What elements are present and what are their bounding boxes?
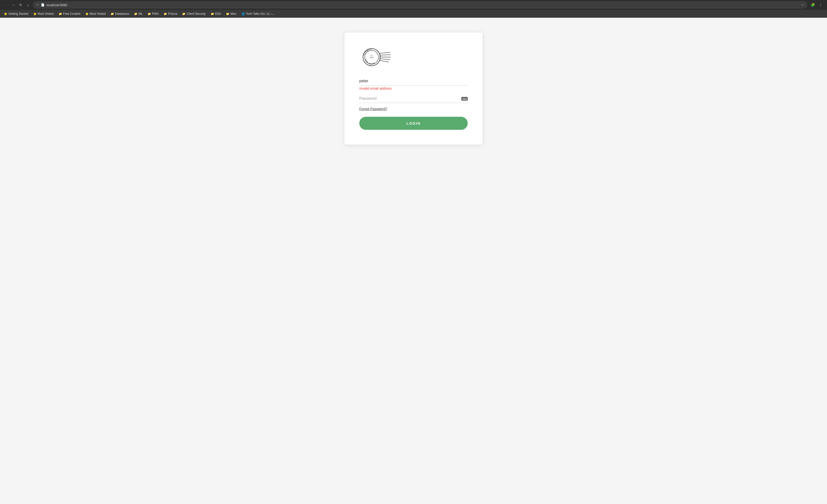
free-content-icon: 📁 — [59, 12, 62, 15]
bookmark-label: PWA — [152, 12, 159, 15]
page-content: STAMPS FOR GOOD EST 2016 — [0, 18, 827, 504]
bookmark-databases[interactable]: 📁 Databases — [109, 11, 131, 16]
pwa-icon: 📁 — [148, 12, 151, 15]
shield-icon: 🛡 — [36, 3, 39, 7]
stamps-for-good-logo: STAMPS FOR GOOD EST 2016 — [359, 47, 391, 67]
forward-button[interactable]: → — [10, 2, 16, 8]
bookmark-pwa[interactable]: 📁 PWA — [146, 11, 161, 16]
dsa-icon: 📁 — [211, 12, 214, 15]
login-button[interactable]: LOGIN — [359, 117, 468, 130]
svg-line-6 — [380, 52, 390, 53]
bookmark-label: Most Visited — [90, 12, 106, 15]
bookmark-star-icon[interactable]: ☆ — [801, 3, 804, 7]
menu-button[interactable]: ⋮ — [817, 1, 824, 8]
password-input[interactable] — [359, 94, 468, 103]
extensions-button[interactable]: 🧩 — [809, 1, 816, 8]
bookmark-label: ML — [139, 12, 143, 15]
bookmark-label: Prisma — [168, 12, 177, 15]
svg-text:EST: EST — [371, 55, 373, 57]
forgot-password-link[interactable]: Forgot Password? — [359, 107, 468, 111]
getting-started-icon: ⭐ — [4, 12, 7, 15]
password-toggle-button[interactable]: ●●● — [461, 97, 468, 101]
nav-buttons: ← → ↻ ⌂ — [3, 2, 31, 8]
bookmark-label: Tech Talks Vol. 11 –... — [246, 12, 275, 15]
most-visited-2-icon: ⭐ — [85, 12, 89, 15]
bookmark-most-visited-2[interactable]: ⭐ Most Visited — [83, 11, 108, 16]
bookmark-label: DSA — [215, 12, 221, 15]
bookmark-misc[interactable]: 📁 Misc — [224, 11, 239, 16]
prisma-icon: 📁 — [164, 12, 167, 15]
most-visited-1-icon: ⭐ — [33, 12, 37, 15]
address-bar[interactable]: 🛡 📄 ☆ — [33, 1, 807, 9]
browser-actions: 🧩 ⋮ — [809, 1, 824, 8]
svg-line-10 — [380, 60, 389, 62]
misc-icon: 📁 — [226, 12, 230, 15]
refresh-button[interactable]: ↻ — [18, 2, 23, 8]
bookmark-label: Client Security — [187, 12, 205, 15]
email-field-container — [359, 77, 468, 86]
back-button[interactable]: ← — [3, 2, 9, 8]
bookmark-dsa[interactable]: 📁 DSA — [209, 11, 223, 16]
address-input[interactable] — [47, 3, 799, 7]
bookmark-label: Databases — [115, 12, 129, 15]
databases-icon: 📁 — [111, 12, 114, 15]
ml-icon: 📁 — [134, 12, 138, 15]
svg-line-9 — [380, 59, 390, 60]
bookmark-most-visited-1[interactable]: ⭐ Most Visited — [31, 11, 56, 16]
tech-talks-icon: 🌐 — [242, 12, 245, 15]
logo-area: STAMPS FOR GOOD EST 2016 — [359, 47, 468, 67]
email-input[interactable] — [359, 77, 468, 86]
login-card: STAMPS FOR GOOD EST 2016 — [344, 33, 483, 145]
lock-icon: 📄 — [41, 3, 45, 7]
svg-line-7 — [380, 55, 391, 55]
bookmark-free-content[interactable]: 📁 Free Content — [57, 11, 82, 16]
bookmark-label: Getting Started — [8, 12, 28, 15]
browser-title-bar: ← → ↻ ⌂ 🛡 📄 ☆ 🧩 ⋮ — [0, 0, 827, 10]
home-button[interactable]: ⌂ — [25, 2, 31, 8]
password-field-container: ●●● — [359, 94, 468, 103]
bookmark-label: Free Content — [63, 12, 80, 15]
email-error-message: Invalid email address — [359, 87, 468, 90]
bookmark-label: Misc — [230, 12, 237, 15]
bookmark-ml[interactable]: 📁 ML — [132, 11, 145, 16]
browser-chrome: ← → ↻ ⌂ 🛡 📄 ☆ 🧩 ⋮ ⭐ Getting Started ⭐ Mo… — [0, 0, 827, 18]
bookmark-tech-talks[interactable]: 🌐 Tech Talks Vol. 11 –... — [240, 11, 277, 16]
bookmark-prisma[interactable]: 📁 Prisma — [162, 11, 179, 16]
bookmarks-bar: ⭐ Getting Started ⭐ Most Visited 📁 Free … — [0, 10, 827, 18]
bookmark-client-security[interactable]: 📁 Client Security — [180, 11, 207, 16]
bookmark-getting-started[interactable]: ⭐ Getting Started — [2, 11, 30, 16]
bookmark-label: Most Visited — [38, 12, 54, 15]
svg-text:2016: 2016 — [370, 57, 373, 58]
client-security-icon: 📁 — [182, 12, 186, 15]
